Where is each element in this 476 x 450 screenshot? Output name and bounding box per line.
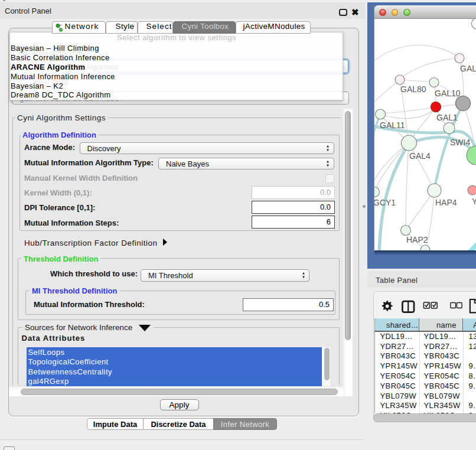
svg-text:GCY1: GCY1	[374, 198, 396, 207]
svg-text:GAL80: GAL80	[400, 84, 426, 94]
svg-text:Y: Y	[472, 197, 476, 206]
svg-text:GAL10: GAL10	[435, 89, 461, 98]
svg-text:GAL11: GAL11	[380, 120, 405, 130]
svg-text:GAL4: GAL4	[409, 151, 431, 161]
svg-text:SWI4: SWI4	[450, 138, 470, 147]
svg-text:GAL1: GAL1	[436, 113, 458, 122]
svg-text:HAP4: HAP4	[435, 198, 457, 207]
svg-text:HAP2: HAP2	[406, 235, 428, 244]
svg-text:GAL7: GAL7	[460, 64, 476, 73]
